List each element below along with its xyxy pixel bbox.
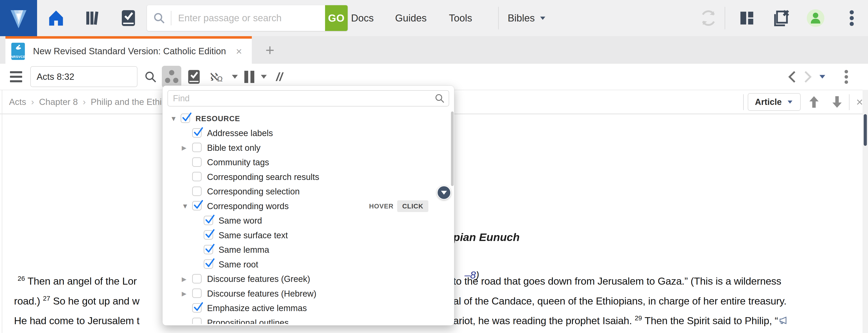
aleph-flame-icon: ℵ bbox=[210, 70, 218, 83]
back-button[interactable] bbox=[784, 64, 800, 90]
checkbox[interactable] bbox=[204, 216, 213, 225]
filter-label: Propositional outlines bbox=[207, 315, 289, 324]
checkbox[interactable] bbox=[192, 186, 202, 196]
menu-guides[interactable]: Guides bbox=[395, 0, 427, 36]
chevron-down-icon bbox=[540, 17, 546, 20]
bible-text: road.) bbox=[14, 295, 43, 307]
filter-label: Corresponding words bbox=[207, 199, 289, 214]
hover-toggle[interactable]: HOVER bbox=[369, 199, 394, 214]
checkbox[interactable] bbox=[192, 143, 202, 152]
breadcrumb: Acts›Chapter 8›Philip and the Ethi bbox=[9, 90, 162, 114]
checkbox[interactable] bbox=[204, 230, 213, 240]
filter-tree-item: Same root bbox=[162, 257, 451, 272]
breadcrumb-separator: › bbox=[31, 97, 34, 107]
filter-tree-item: ▶Bible text only bbox=[162, 141, 451, 155]
collapse-icon[interactable]: ▼ bbox=[182, 199, 188, 214]
history-caret-button[interactable] bbox=[815, 64, 830, 90]
scrollbar-thumb[interactable] bbox=[864, 114, 867, 146]
columns-icon bbox=[250, 71, 254, 83]
checkbox[interactable] bbox=[192, 303, 202, 313]
breadcrumb-item[interactable]: Philip and the Ethi bbox=[91, 97, 162, 107]
reference-input[interactable] bbox=[31, 71, 137, 82]
checkbox[interactable] bbox=[181, 114, 190, 123]
arrow-down-icon bbox=[832, 96, 842, 108]
verse-number: 26 bbox=[18, 275, 25, 282]
panel-menu-button[interactable] bbox=[8, 64, 24, 90]
chevron-right-icon bbox=[803, 70, 813, 83]
home-button[interactable] bbox=[44, 6, 68, 30]
filter-tree-item: Same surface text bbox=[162, 228, 451, 243]
expand-icon[interactable]: ▶ bbox=[182, 286, 186, 301]
checkbox[interactable] bbox=[192, 201, 202, 210]
collapse-icon[interactable]: ▼ bbox=[170, 112, 177, 126]
global-search-box[interactable]: GO bbox=[147, 5, 348, 31]
forward-button[interactable] bbox=[800, 64, 816, 90]
chevron-down-icon bbox=[819, 75, 825, 79]
expand-icon[interactable]: ▶ bbox=[182, 272, 186, 286]
filter-tree-item: Same lemma bbox=[162, 243, 451, 258]
checkbox[interactable] bbox=[204, 259, 213, 269]
book-check-icon bbox=[121, 9, 135, 27]
library-button[interactable] bbox=[81, 6, 104, 30]
filter-label: Same lemma bbox=[219, 243, 269, 258]
parallel-icon: // bbox=[276, 70, 283, 84]
scroll-down-button[interactable] bbox=[437, 186, 451, 200]
checkbox[interactable] bbox=[192, 289, 202, 298]
logos-logo[interactable] bbox=[0, 0, 37, 36]
reference-box bbox=[30, 66, 137, 87]
resource-icon: NRSVCE bbox=[11, 43, 25, 60]
search-icon bbox=[145, 71, 157, 83]
sync-button[interactable] bbox=[697, 6, 720, 30]
panel-kebab-button[interactable] bbox=[839, 64, 854, 90]
checkbox[interactable] bbox=[192, 172, 202, 181]
arrow-down-icon bbox=[441, 191, 447, 195]
go-button[interactable]: GO bbox=[325, 5, 348, 31]
dropdown-scrollbar-thumb[interactable] bbox=[451, 112, 454, 186]
previous-article-button[interactable] bbox=[806, 90, 822, 114]
checkbox[interactable] bbox=[192, 317, 202, 324]
omega-icon: Ω bbox=[217, 75, 223, 83]
account-button[interactable] bbox=[804, 6, 827, 30]
menu-tools[interactable]: Tools bbox=[449, 0, 472, 36]
breadcrumb-item[interactable]: Chapter 8 bbox=[39, 97, 78, 107]
inline-search-button[interactable] bbox=[142, 64, 159, 90]
tab-close-icon[interactable]: × bbox=[236, 46, 242, 57]
checkbox[interactable] bbox=[192, 274, 202, 283]
app-menu-button[interactable] bbox=[840, 6, 864, 30]
filter-label: Same word bbox=[219, 214, 262, 228]
filter-label: Community tags bbox=[207, 155, 269, 170]
checkbox[interactable] bbox=[192, 128, 202, 138]
expand-icon[interactable]: ▶ bbox=[182, 141, 186, 155]
bibles-menu[interactable]: Bibles bbox=[508, 0, 546, 36]
bible-text-line: ariot, he was reading the prophet Isaiah… bbox=[453, 314, 788, 328]
megaphone-icon[interactable] bbox=[778, 315, 787, 329]
filter-label: Same root bbox=[219, 257, 258, 272]
columns-icon bbox=[244, 71, 248, 83]
next-article-button[interactable] bbox=[829, 90, 845, 114]
checkbox[interactable] bbox=[192, 157, 202, 167]
breadcrumb-item[interactable]: Acts bbox=[9, 97, 26, 107]
logos-logo-icon bbox=[6, 6, 31, 31]
click-toggle[interactable]: CLICK bbox=[397, 200, 428, 212]
library-books-icon bbox=[85, 10, 100, 26]
bible-text: ariot, he was reading the prophet Isaiah… bbox=[453, 315, 635, 327]
checkbox[interactable] bbox=[204, 245, 213, 254]
passage-guide-button[interactable] bbox=[117, 6, 140, 30]
new-tab-button[interactable]: + bbox=[259, 36, 281, 64]
filter-find-input[interactable] bbox=[168, 93, 435, 103]
article-dropdown[interactable]: Article bbox=[748, 93, 801, 111]
chevron-left-icon bbox=[787, 70, 797, 83]
tab-nrsvce[interactable]: NRSVCE New Revised Standard Version: Cat… bbox=[5, 36, 252, 64]
global-search-input[interactable] bbox=[171, 12, 325, 24]
filter-tree-item: ▼Corresponding wordsHOVERCLICK bbox=[162, 199, 451, 214]
corresponding-words-button[interactable] bbox=[162, 66, 181, 88]
layouts-button[interactable] bbox=[735, 6, 758, 30]
close-all-panels-button[interactable] bbox=[770, 6, 794, 30]
bible-text: So he got up and w bbox=[50, 295, 140, 307]
filter-label: Corresponding search results bbox=[207, 170, 319, 184]
filter-label: Same surface text bbox=[219, 228, 288, 243]
avatar bbox=[806, 8, 825, 28]
menu-docs[interactable]: Docs bbox=[351, 0, 374, 36]
nav-divider bbox=[743, 94, 744, 110]
bible-text: to the road that goes down from Jerusale… bbox=[453, 275, 781, 287]
